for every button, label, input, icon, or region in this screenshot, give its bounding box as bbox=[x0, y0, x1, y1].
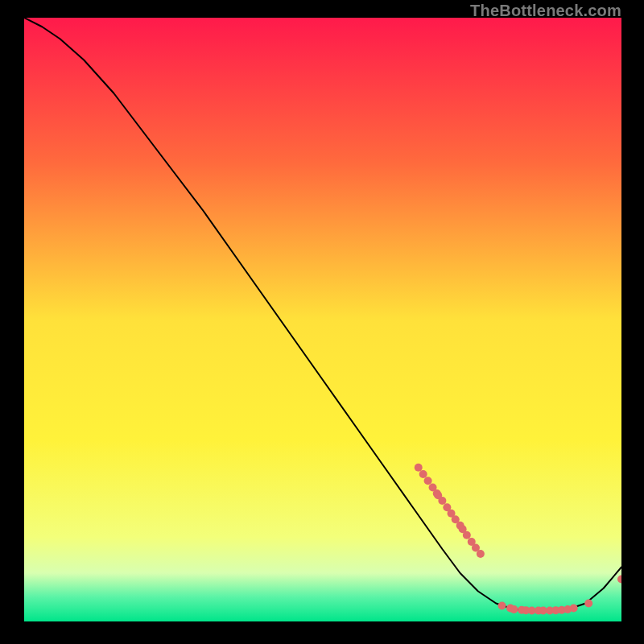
gradient-bg bbox=[24, 18, 621, 621]
highlight-dot bbox=[463, 531, 471, 539]
chart-svg bbox=[24, 18, 621, 621]
highlight-dot bbox=[498, 602, 506, 610]
highlight-dot bbox=[424, 477, 432, 485]
highlight-dot bbox=[438, 497, 446, 505]
highlight-dot bbox=[584, 600, 592, 608]
highlight-dot bbox=[419, 470, 427, 478]
highlight-dot bbox=[415, 464, 423, 472]
chart-plot-area bbox=[24, 18, 621, 621]
highlight-dot bbox=[510, 605, 518, 613]
highlight-dot bbox=[477, 550, 485, 558]
highlight-dot bbox=[570, 605, 578, 613]
chart-stage: TheBottleneck.com bbox=[0, 0, 644, 644]
